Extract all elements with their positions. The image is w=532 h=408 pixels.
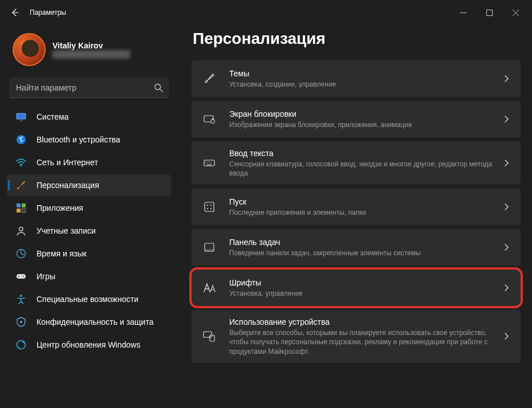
svg-rect-2 (17, 113, 26, 119)
svg-rect-27 (205, 249, 214, 251)
sidebar-item-time-language[interactable]: Время и язык (7, 243, 171, 264)
sidebar-item-system[interactable]: Система (7, 106, 171, 128)
card-title: Пуск (229, 197, 502, 207)
card-desc: Установка, создание, управление (229, 80, 502, 89)
card-title: Темы (229, 68, 502, 79)
highlighted-row: 3 Шрифты Установка, управление (192, 270, 521, 306)
device-usage-icon (202, 329, 217, 344)
keyboard-icon (202, 156, 217, 170)
sidebar-item-network[interactable]: Сеть и Интернет (7, 152, 171, 173)
start-icon (202, 199, 217, 214)
svg-point-14 (23, 276, 24, 277)
card-title: Экран блокировки (229, 109, 502, 120)
sidebar-item-label: Игры (36, 272, 55, 281)
shield-icon (15, 316, 27, 328)
svg-point-16 (20, 321, 22, 323)
sidebar-item-apps[interactable]: Приложения (7, 197, 171, 219)
chevron-right-icon (502, 159, 510, 167)
back-button[interactable] (7, 5, 23, 21)
main-content: Персонализация Темы Установка, создание,… (178, 25, 532, 408)
svg-point-10 (19, 227, 23, 231)
svg-rect-21 (205, 202, 214, 211)
profile-block[interactable]: Vitaliy Kairov ████████████████ (7, 30, 171, 74)
svg-point-1 (155, 84, 161, 89)
nav-list: Система Bluetooth и устройства Сеть и Ин… (7, 106, 171, 356)
gamepad-icon (15, 270, 27, 283)
theme-paintbrush-icon (202, 71, 217, 86)
titlebar: Параметры (0, 0, 532, 25)
svg-rect-12 (17, 274, 26, 279)
sidebar-item-gaming[interactable]: Игры (7, 266, 171, 287)
card-desc: Последние приложения и элементы, папки (229, 208, 502, 217)
card-title: Шрифты (229, 278, 502, 288)
search-icon (154, 83, 163, 92)
sidebar-item-privacy[interactable]: Конфиденциальность и защита (7, 311, 171, 333)
sidebar-item-label: Учетные записи (36, 226, 96, 235)
card-device-usage[interactable]: Использование устройства Выберите все сп… (192, 310, 521, 362)
svg-point-25 (210, 208, 212, 209)
fonts-icon (202, 280, 217, 295)
accessibility-icon (15, 293, 27, 305)
svg-point-5 (21, 165, 22, 166)
chevron-right-icon (502, 203, 510, 211)
avatar (13, 33, 46, 66)
search-input[interactable] (15, 83, 154, 93)
card-desc: Установка, управление (229, 289, 502, 298)
sidebar-item-label: Время и язык (36, 249, 87, 258)
svg-rect-9 (22, 209, 26, 213)
svg-rect-19 (211, 120, 214, 123)
sidebar: Vitaliy Kairov ████████████████ Система … (0, 25, 178, 408)
svg-point-22 (207, 205, 208, 206)
sidebar-item-bluetooth[interactable]: Bluetooth и устройства (7, 129, 171, 150)
svg-rect-7 (22, 203, 26, 207)
sidebar-item-accounts[interactable]: Учетные записи (7, 220, 171, 242)
close-button[interactable] (502, 3, 529, 22)
card-themes[interactable]: Темы Установка, создание, управление (192, 60, 521, 97)
sidebar-item-accessibility[interactable]: Специальные возможности (7, 288, 171, 310)
settings-window: Параметры Vitaliy Kairov ███████████████… (0, 0, 532, 408)
sidebar-item-label: Персонализация (36, 181, 99, 190)
sidebar-item-label: Сеть и Интернет (36, 158, 98, 167)
maximize-icon (486, 10, 493, 16)
profile-name: Vitaliy Kairov (52, 41, 130, 50)
person-icon (15, 225, 27, 237)
svg-point-23 (210, 205, 212, 206)
minimize-button[interactable] (450, 3, 476, 22)
close-icon (513, 10, 519, 16)
sidebar-item-windows-update[interactable]: Центр обновления Windows (7, 334, 171, 356)
sidebar-item-label: Специальные возможности (36, 295, 139, 304)
svg-point-13 (18, 276, 19, 277)
card-taskbar[interactable]: Панель задач Поведение панели задач, зак… (192, 229, 521, 266)
card-text-input[interactable]: Ввод текста Сенсорная клавиатура, голосо… (192, 141, 521, 185)
chevron-right-icon (502, 115, 510, 123)
lockscreen-icon (202, 112, 217, 127)
card-title: Ввод текста (229, 148, 502, 159)
card-start[interactable]: Пуск Последние приложения и элементы, па… (192, 189, 521, 225)
search-box[interactable] (9, 77, 169, 98)
card-desc: Изображения экрана блокировки, приложени… (229, 120, 502, 129)
svg-rect-8 (17, 209, 21, 213)
card-lock-screen[interactable]: Экран блокировки Изображения экрана блок… (192, 101, 521, 137)
chevron-right-icon (502, 75, 510, 83)
arrow-left-icon (10, 8, 19, 17)
sidebar-item-label: Приложения (36, 203, 83, 213)
window-controls (450, 3, 529, 22)
update-icon (15, 338, 27, 351)
bluetooth-icon (15, 133, 27, 146)
taskbar-icon (202, 240, 217, 255)
card-fonts[interactable]: Шрифты Установка, управление (192, 270, 521, 306)
card-title: Использование устройства (229, 317, 502, 328)
page-title: Персонализация (193, 30, 521, 48)
wifi-icon (15, 156, 27, 169)
monitor-icon (15, 111, 27, 123)
chevron-right-icon (502, 284, 510, 292)
sidebar-item-personalization[interactable]: Персонализация (7, 174, 171, 196)
minimize-icon (460, 10, 466, 16)
sidebar-item-label: Система (36, 112, 68, 121)
card-desc: Сенсорная клавиатура, голосовой ввод, эм… (229, 160, 502, 178)
settings-card-list: Темы Установка, создание, управление Экр… (192, 60, 521, 363)
maximize-button[interactable] (476, 3, 502, 22)
svg-rect-6 (17, 203, 21, 207)
profile-email: ████████████████ (52, 50, 130, 58)
card-title: Панель задач (229, 237, 502, 248)
